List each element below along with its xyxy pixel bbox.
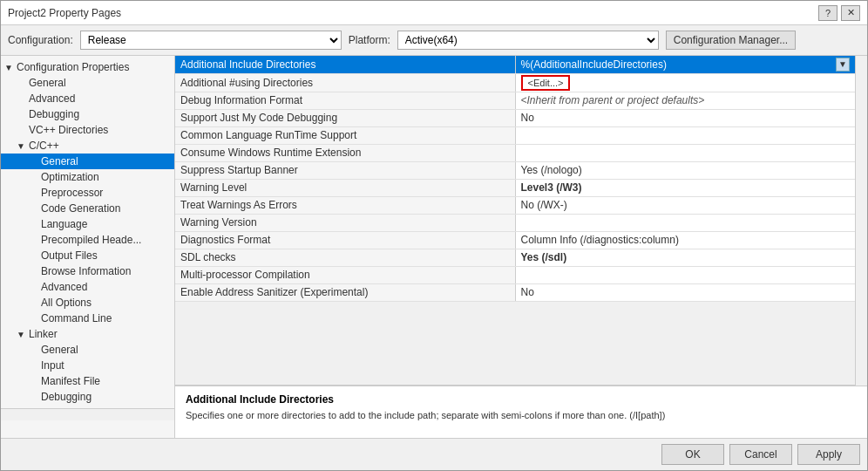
sidebar-item-label-vc-directories: VC++ Directories [29, 124, 108, 136]
sidebar-item-label-advanced: Advanced [41, 281, 87, 293]
prop-name-multiprocessor: Multi-processor Compilation [175, 266, 515, 283]
sidebar-item-preprocessor[interactable]: Preprocessor [1, 185, 174, 201]
description-text: Specifies one or more directories to add… [186, 409, 857, 422]
description-panel: Additional Include Directories Specifies… [175, 386, 867, 438]
properties-grid: Additional Include Directories%(Addition… [175, 56, 855, 386]
sidebar-item-general[interactable]: General [1, 75, 174, 91]
prop-value-common-lang-runtime [515, 126, 855, 144]
sidebar-item-label-advanced-top: Advanced [29, 92, 75, 105]
table-row[interactable]: Enable Address Sanitizer (Experimental)N… [175, 283, 855, 301]
table-row[interactable]: Additional Include Directories%(Addition… [175, 56, 855, 73]
prop-name-sdl-checks: SDL checks [175, 249, 515, 266]
sidebar-item-advanced[interactable]: Advanced [1, 279, 174, 295]
sidebar-item-manifest-file[interactable]: Manifest File [1, 373, 174, 389]
table-row[interactable]: Additional #using Directories<Edit...> [175, 73, 855, 92]
sidebar-item-label-precompiled-headers: Precompiled Heade... [41, 234, 141, 246]
sidebar-item-vc-directories[interactable]: VC++ Directories [1, 122, 174, 138]
title-bar: Project2 Property Pages ? ✕ [1, 1, 867, 25]
dropdown-arrow-icon[interactable]: ▼ [836, 58, 850, 72]
prop-name-address-sanitizer: Enable Address Sanitizer (Experimental) [175, 283, 515, 301]
sidebar-item-label-debugging: Debugging [29, 108, 79, 120]
sidebar-item-label-manifest-file: Manifest File [41, 375, 100, 387]
prop-name-consume-windows-runtime: Consume Windows Runtime Extension [175, 144, 515, 161]
bottom-buttons: OK Cancel Apply [1, 438, 867, 470]
cancel-button[interactable]: Cancel [729, 444, 792, 465]
prop-name-additional-include-dirs: Additional Include Directories [175, 56, 515, 73]
sidebar-item-label-general: General [29, 77, 66, 89]
sidebar-item-code-generation[interactable]: Code Generation [1, 201, 174, 216]
sidebar-item-label-all-options: All Options [41, 297, 92, 309]
prop-value-address-sanitizer: No [515, 283, 855, 301]
table-row[interactable]: Treat Warnings As ErrorsNo (/WX-) [175, 196, 855, 214]
config-manager-button[interactable]: Configuration Manager... [666, 31, 796, 50]
prop-value-text: %(AdditionalIncludeDirectories) [521, 58, 667, 71]
sidebar-tree: ▼Configuration PropertiesGeneralAdvanced… [1, 56, 174, 408]
help-button[interactable]: ? [818, 5, 837, 21]
table-row[interactable]: Warning LevelLevel3 (/W3) [175, 179, 855, 196]
sidebar-item-command-line[interactable]: Command Line [1, 311, 174, 326]
edit-button[interactable]: <Edit...> [521, 75, 571, 91]
table-row[interactable]: Suppress Startup BannerYes (/nologo) [175, 161, 855, 179]
prop-name-debug-info-format: Debug Information Format [175, 92, 515, 109]
sidebar-item-linker-debugging[interactable]: Debugging [1, 389, 174, 405]
sidebar-item-label-linker: Linker [29, 328, 58, 340]
dropdown-cell: %(AdditionalIncludeDirectories)▼ [521, 58, 851, 72]
right-scrollbar[interactable] [855, 56, 867, 386]
sidebar-item-all-options[interactable]: All Options [1, 295, 174, 311]
prop-value-warning-level: Level3 (/W3) [515, 179, 855, 196]
sidebar-item-label-browse-information: Browse Information [41, 265, 131, 277]
prop-value-additional-using-dirs: <Edit...> [515, 73, 855, 92]
properties-table: Additional Include Directories%(Addition… [175, 56, 855, 302]
prop-name-warning-version: Warning Version [175, 214, 515, 231]
sidebar-item-label-input: Input [41, 359, 64, 372]
table-row[interactable]: Diagnostics FormatColumn Info (/diagnost… [175, 231, 855, 249]
panel-with-scroll: Additional Include Directories%(Addition… [175, 56, 867, 386]
table-row[interactable]: Common Language RunTime Support [175, 126, 855, 144]
sidebar-item-advanced-top[interactable]: Advanced [1, 91, 174, 106]
platform-select[interactable]: Active(x64) [397, 31, 659, 50]
ok-button[interactable]: OK [661, 444, 724, 465]
platform-label: Platform: [349, 34, 390, 46]
sidebar-scrollbar-horizontal[interactable] [1, 408, 174, 420]
prop-value-additional-include-dirs[interactable]: %(AdditionalIncludeDirectories)▼ [515, 56, 855, 73]
sidebar-item-cpp-general[interactable]: General [1, 154, 174, 169]
sidebar-item-label-linker-general: General [41, 344, 78, 356]
prop-name-common-lang-runtime: Common Language RunTime Support [175, 126, 515, 144]
config-label: Configuration: [8, 34, 73, 46]
window-title: Project2 Property Pages [8, 7, 121, 19]
prop-name-support-just-my-code: Support Just My Code Debugging [175, 109, 515, 126]
apply-button[interactable]: Apply [797, 444, 860, 465]
sidebar-item-input[interactable]: Input [1, 358, 174, 373]
sidebar-item-precompiled-headers[interactable]: Precompiled Heade... [1, 232, 174, 248]
sidebar-item-browse-information[interactable]: Browse Information [1, 263, 174, 279]
table-row[interactable]: Support Just My Code DebuggingNo [175, 109, 855, 126]
table-row[interactable]: Consume Windows Runtime Extension [175, 144, 855, 161]
sidebar-item-label-cpp-general: General [41, 155, 78, 167]
tree-arrow-linker: ▼ [17, 330, 27, 339]
sidebar-item-language[interactable]: Language [1, 216, 174, 232]
prop-value-consume-windows-runtime [515, 144, 855, 161]
table-row[interactable]: Warning Version [175, 214, 855, 231]
configuration-select[interactable]: Release [80, 31, 342, 50]
prop-name-suppress-startup-banner: Suppress Startup Banner [175, 161, 515, 179]
table-row[interactable]: Debug Information Format<Inherit from pa… [175, 92, 855, 109]
sidebar-item-linker[interactable]: ▼Linker [1, 326, 174, 342]
table-row[interactable]: SDL checksYes (/sdl) [175, 249, 855, 266]
sidebar-item-output-files[interactable]: Output Files [1, 248, 174, 263]
prop-value-multiprocessor [515, 266, 855, 283]
prop-value-warning-version [515, 214, 855, 231]
tree-arrow-configuration-properties: ▼ [4, 63, 15, 72]
prop-value-debug-info-format: <Inherit from parent or project defaults… [515, 92, 855, 109]
sidebar-item-label-cpp: C/C++ [29, 140, 59, 152]
table-row[interactable]: Multi-processor Compilation [175, 266, 855, 283]
sidebar-item-cpp[interactable]: ▼C/C++ [1, 138, 174, 154]
sidebar-item-optimization[interactable]: Optimization [1, 169, 174, 185]
sidebar-item-linker-general[interactable]: General [1, 342, 174, 358]
sidebar-item-configuration-properties[interactable]: ▼Configuration Properties [1, 59, 174, 75]
tree-arrow-cpp: ▼ [17, 141, 27, 151]
sidebar-item-label-output-files: Output Files [41, 249, 98, 262]
sidebar-item-debugging[interactable]: Debugging [1, 106, 174, 122]
sidebar-item-label-code-generation: Code Generation [41, 202, 120, 215]
close-button[interactable]: ✕ [841, 5, 860, 21]
prop-name-diagnostics-format: Diagnostics Format [175, 231, 515, 249]
